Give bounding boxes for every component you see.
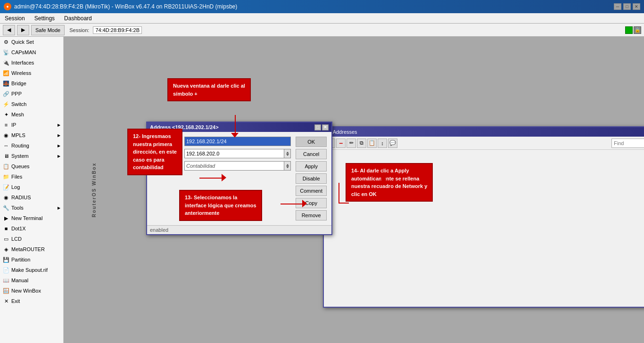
sidebar-item-exit[interactable]: ✕ Exit bbox=[0, 296, 63, 306]
sidebar-item-dot1x[interactable]: ■ Dot1X bbox=[0, 223, 63, 234]
sidebar-item-files[interactable]: 📁 Files bbox=[0, 172, 63, 182]
sidebar-item-tools[interactable]: 🔧 Tools bbox=[0, 203, 63, 213]
interface-input[interactable] bbox=[184, 161, 284, 171]
interface-input-container bbox=[184, 161, 291, 171]
safemode-button[interactable]: Safe Mode bbox=[31, 25, 65, 35]
back-button[interactable]: ◀ bbox=[3, 25, 15, 35]
sidebar-item-lcd[interactable]: ▭ LCD bbox=[0, 234, 63, 244]
sidebar-item-switch[interactable]: ⚡ Switch bbox=[0, 99, 63, 109]
network-scroll-btn[interactable] bbox=[284, 149, 291, 158]
exit-icon: ✕ bbox=[3, 298, 9, 304]
sidebar-item-label: Interfaces bbox=[11, 60, 34, 65]
sidebar-item-mesh[interactable]: ✦ Mesh bbox=[0, 109, 63, 120]
files-icon: 📁 bbox=[3, 173, 9, 180]
mpls-icon: ◉ bbox=[3, 132, 9, 139]
sidebar-item-wireless[interactable]: 📶 Wireless bbox=[0, 68, 63, 78]
sidebar-item-new-terminal[interactable]: ▶ New Terminal bbox=[0, 213, 63, 223]
toolbar: ◀ ▶ Safe Mode Session: 74:4D:28:B9:F4:2B… bbox=[0, 24, 644, 37]
maximize-button[interactable]: □ bbox=[623, 3, 631, 10]
address-input[interactable] bbox=[184, 137, 291, 146]
sidebar-item-label: Routing bbox=[11, 143, 29, 148]
annotation-1-arrow-head bbox=[231, 133, 239, 138]
sidebar-item-interfaces[interactable]: 🔌 Interfaces bbox=[0, 57, 63, 68]
sidebar-item-label: CAPsMAN bbox=[11, 49, 36, 55]
annotation-3-arrow-head bbox=[302, 200, 307, 207]
find-input[interactable] bbox=[611, 139, 644, 148]
title-bar: ● admin@74:4D:28:B9:F4:2B (MikroTik) - W… bbox=[0, 0, 644, 13]
sidebar-item-new-winbox[interactable]: 🪟 New WinBox bbox=[0, 286, 63, 296]
menu-dashboard[interactable]: Dashboard bbox=[62, 14, 94, 23]
ok-button[interactable]: OK bbox=[296, 137, 327, 147]
cancel-button[interactable]: Cancel bbox=[296, 149, 327, 159]
annotation-2: 12- Ingresmaosnuestra primeradirección, … bbox=[127, 129, 182, 175]
address-dialog-close-btn[interactable]: ✕ bbox=[322, 124, 329, 131]
sidebar-item-label: Files bbox=[11, 174, 22, 180]
sidebar-item-label: IP bbox=[11, 122, 16, 128]
sidebar-item-system[interactable]: 🖥 System bbox=[0, 151, 63, 161]
manual-icon: 📖 bbox=[3, 277, 9, 284]
sidebar-item-log[interactable]: 📝 Log bbox=[0, 182, 63, 192]
sidebar-item-routing[interactable]: ↔ Routing bbox=[0, 140, 63, 151]
sidebar-item-label: Mesh bbox=[11, 112, 24, 117]
metarouter-icon: ◈ bbox=[3, 246, 9, 253]
sidebar-item-metarouter[interactable]: ◈ MetaROUTER bbox=[0, 244, 63, 254]
scroll-down-icon bbox=[286, 154, 289, 156]
sidebar-item-radius[interactable]: ◉ RADIUS bbox=[0, 192, 63, 203]
comment-address-btn[interactable]: 💬 bbox=[388, 139, 397, 148]
ip-addresses-content bbox=[324, 150, 644, 154]
paste-address-btn[interactable]: 📋 bbox=[367, 139, 377, 148]
queues-icon: 📋 bbox=[3, 163, 9, 170]
app-icon: ● bbox=[4, 3, 11, 10]
annotation-2-text: 12- Ingresmaosnuestra primeradirección, … bbox=[133, 133, 177, 170]
sidebar-item-mpls[interactable]: ◉ MPLS bbox=[0, 130, 63, 140]
sidebar-item-partition[interactable]: 💾 Partition bbox=[0, 254, 63, 265]
sidebar-item-label: Partition bbox=[11, 257, 30, 262]
tools-icon: 🔧 bbox=[3, 204, 9, 211]
apply-button[interactable]: Apply bbox=[296, 161, 327, 172]
sidebar-item-label: Dot1X bbox=[11, 226, 26, 231]
interface-scroll-up-icon bbox=[286, 164, 289, 166]
radius-icon: ◉ bbox=[3, 194, 9, 201]
sidebar-item-label: Quick Set bbox=[11, 39, 34, 45]
interface-scroll-btn[interactable] bbox=[284, 161, 291, 171]
annotation-4-arrow-h bbox=[339, 203, 349, 204]
wireless-icon: 📶 bbox=[3, 70, 9, 76]
network-input[interactable] bbox=[184, 149, 284, 158]
disable-button[interactable]: Disable bbox=[296, 173, 327, 184]
sidebar-item-make-supout[interactable]: 📄 Make Supout.rif bbox=[0, 265, 63, 275]
capsman-icon: 📡 bbox=[3, 49, 9, 56]
scroll-up-icon bbox=[286, 152, 289, 154]
sidebar-item-quick-set[interactable]: ⚙ Quick Set bbox=[0, 37, 63, 47]
sort-address-btn[interactable]: ↕ bbox=[378, 139, 387, 148]
menu-session[interactable]: Session bbox=[3, 14, 27, 23]
address-dialog-controls[interactable]: □ ✕ bbox=[314, 124, 329, 131]
window-controls[interactable]: ─ □ ✕ bbox=[614, 3, 640, 10]
copy-address-btn[interactable]: ⧉ bbox=[357, 139, 366, 148]
annotation-1-text: Nueva ventana al darle clic alsímbolo + bbox=[173, 83, 245, 97]
sidebar-item-bridge[interactable]: 🌉 Bridge bbox=[0, 78, 63, 89]
comment-button[interactable]: Comment bbox=[296, 186, 327, 196]
sidebar-item-ip[interactable]: ≡ IP bbox=[0, 120, 63, 130]
edit-address-btn[interactable]: ✏ bbox=[347, 139, 356, 148]
sidebar-item-capsman[interactable]: 📡 CAPsMAN bbox=[0, 47, 63, 57]
sidebar-item-label: RADIUS bbox=[11, 195, 31, 200]
sidebar-item-queues[interactable]: 📋 Queues bbox=[0, 161, 63, 172]
sidebar-item-ppp[interactable]: 🔗 PPP bbox=[0, 89, 63, 99]
sidebar-item-label: Bridge bbox=[11, 81, 26, 86]
address-dialog-resize-btn[interactable]: □ bbox=[314, 124, 321, 131]
main-layout: ⚙ Quick Set 📡 CAPsMAN 🔌 Interfaces 📶 Wir… bbox=[0, 37, 644, 343]
remove-address-btn[interactable]: − bbox=[336, 139, 346, 148]
sidebar-item-label: Queues bbox=[11, 163, 30, 169]
ip-addresses-toolbar: + − ✏ ⧉ 📋 ↕ 💬 ▼ bbox=[324, 137, 644, 150]
close-button[interactable]: ✕ bbox=[633, 3, 640, 10]
sidebar-item-manual[interactable]: 📖 Manual bbox=[0, 275, 63, 286]
annotation-4-arrow-v bbox=[339, 183, 339, 204]
sidebar-item-label: Make Supout.rif bbox=[11, 267, 48, 273]
copy-button[interactable]: Copy bbox=[296, 198, 327, 208]
ip-addresses-dialog[interactable]: IP Addresses □ ✕ + − ✏ ⧉ 📋 ↕ 💬 ▼ bbox=[323, 126, 644, 308]
remove-button[interactable]: Remove bbox=[296, 210, 327, 220]
forward-button[interactable]: ▶ bbox=[17, 25, 29, 35]
menu-settings[interactable]: Settings bbox=[33, 14, 57, 23]
minimize-button[interactable]: ─ bbox=[614, 3, 621, 10]
ok-indicator-dot bbox=[381, 177, 386, 181]
